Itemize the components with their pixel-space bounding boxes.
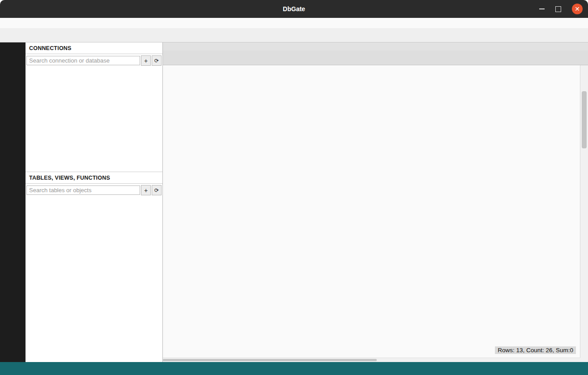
add-connection-plus-icon[interactable]: + [141, 55, 151, 66]
window-controls: ✕ [539, 0, 583, 18]
data-grid-wrap: Rows: 13, Count: 26, Sum:0 [163, 65, 588, 362]
status-bar [0, 362, 588, 375]
maximize-icon[interactable] [555, 6, 561, 12]
selection-stats-tooltip: Rows: 13, Count: 26, Sum:0 [495, 346, 576, 354]
tables-panel-header: TABLES, VIEWS, FUNCTIONS [26, 172, 162, 184]
tables-plus-icon[interactable]: + [141, 185, 151, 195]
menu-bar [0, 18, 588, 28]
connections-search-row: + ⟳ [26, 54, 162, 67]
connections-refresh-icon[interactable]: ⟳ [152, 55, 162, 66]
dbgate-app: DbGate ✕ CONNECTIONS + ⟳ TABLES, VIEWS, … [0, 0, 588, 375]
side-panel: CONNECTIONS + ⟳ TABLES, VIEWS, FUNCTIONS… [26, 42, 163, 362]
connections-tree [26, 67, 162, 172]
close-icon[interactable]: ✕ [572, 4, 583, 14]
minimize-icon[interactable] [539, 8, 545, 9]
connections-header: CONNECTIONS [26, 42, 162, 54]
tables-search-input[interactable] [26, 185, 140, 195]
connections-search-input[interactable] [26, 56, 140, 65]
tables-refresh-icon[interactable]: ⟳ [152, 185, 162, 195]
tab-strip [163, 51, 588, 65]
window-title: DbGate [283, 5, 305, 13]
tables-search-row: + ⟳ [26, 184, 162, 197]
main-area: CONNECTIONS + ⟳ TABLES, VIEWS, FUNCTIONS… [0, 42, 588, 362]
grid-vertical-scrollbar[interactable] [580, 65, 588, 362]
left-icon-rail [0, 42, 26, 362]
title-bar: DbGate ✕ [0, 0, 588, 18]
tables-tree [26, 197, 162, 362]
toolbar [0, 28, 588, 42]
tab-group-strip [163, 42, 588, 51]
grid-horizontal-scrollbar[interactable] [163, 358, 580, 362]
content-area: Rows: 13, Count: 26, Sum:0 [163, 42, 588, 362]
